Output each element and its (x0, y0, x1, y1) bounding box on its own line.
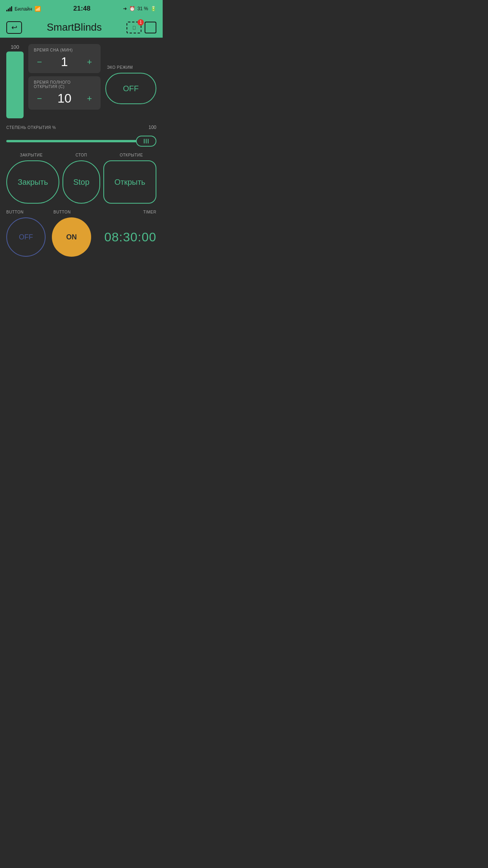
bottom-btns: OFF ON 08:30:00 (6, 217, 156, 257)
timer-display: 08:30:00 (104, 230, 156, 245)
controls-left: ВРЕМЯ СНА (МИН) − 1 + ВРЕМЯ ПОЛНОГО ОТКР… (28, 44, 101, 118)
signal-icon (6, 6, 12, 11)
thumb-line-3 (148, 139, 149, 143)
close-button[interactable]: Закрыть (6, 160, 59, 204)
eco-button[interactable]: OFF (105, 73, 156, 104)
slider-thumb[interactable] (136, 136, 156, 147)
thumb-line-1 (144, 139, 145, 143)
opening-value: 100 (149, 125, 156, 130)
btn1-label: BUTTON (6, 210, 53, 214)
level-bar (6, 51, 24, 118)
chip-badge: 1 (138, 19, 144, 26)
open-time-decrease[interactable]: − (34, 94, 45, 103)
action-section: ЗАКРЫТИЕ СТОП ОТКРЫТИЕ Закрыть Stop Откр… (6, 153, 156, 204)
sleep-time-label: ВРЕМЯ СНА (МИН) (34, 48, 95, 52)
opening-section: СТЕПЕНЬ ОТКРЫТИЯ % 100 (6, 125, 156, 148)
bottom-labels: BUTTON BUTTON TIMER (6, 210, 156, 214)
open-time-label: ВРЕМЯ ПОЛНОГО ОТКРЫТИЯ (С) (34, 80, 95, 89)
on-button[interactable]: ON (52, 217, 91, 257)
slider-fill (6, 140, 149, 142)
sleep-time-group: ВРЕМЯ СНА (МИН) − 1 + (28, 44, 101, 73)
bottom-section: BUTTON BUTTON TIMER OFF ON 08:30:00 (6, 210, 156, 257)
battery-label: 31 % (138, 6, 148, 11)
carrier-label: Билайн (15, 6, 32, 12)
stop-button[interactable]: Stop (62, 160, 100, 204)
status-time: 21:48 (73, 5, 90, 13)
status-left: Билайн 📶 (6, 6, 41, 12)
sleep-time-value: 1 (61, 55, 68, 69)
stop-action-label: СТОП (56, 153, 106, 157)
back-button[interactable]: ↩ (6, 21, 22, 34)
open-time-increase[interactable]: + (84, 94, 95, 103)
slider-wrap[interactable] (6, 134, 156, 148)
square-icon[interactable] (145, 22, 156, 33)
main-content: 100 ВРЕМЯ СНА (МИН) − 1 + ВРЕМЯ ПОЛНОГО … (0, 38, 163, 263)
close-label: ЗАКРЫТИЕ (6, 153, 56, 157)
sleep-time-decrease[interactable]: − (34, 58, 45, 66)
chip-symbol: ⎕ (133, 25, 136, 30)
btn2-label: BUTTON (53, 210, 101, 214)
back-icon: ↩ (11, 23, 17, 32)
sleep-time-increase[interactable]: + (84, 58, 95, 66)
eco-label: ЭКО РЕЖИМ (107, 65, 133, 70)
status-bar: Билайн 📶 21:48 ➜ ⏰ 31 % 🔋 (0, 0, 163, 17)
level-bar-label: 100 (11, 44, 19, 50)
status-right: ➜ ⏰ 31 % 🔋 (123, 6, 156, 11)
open-label: ОТКРЫТИЕ (106, 153, 156, 157)
battery-icon: 🔋 (150, 6, 156, 11)
action-btns: Закрыть Stop Открыть (6, 160, 156, 204)
app-header: ↩ SmartBlinds ⎕ 1 (0, 17, 163, 38)
sleep-time-row: − 1 + (34, 55, 95, 69)
top-section: 100 ВРЕМЯ СНА (МИН) − 1 + ВРЕМЯ ПОЛНОГО … (6, 44, 156, 118)
chip-icon-wrap: ⎕ 1 (127, 22, 141, 33)
location-icon: ➜ (123, 6, 127, 11)
opening-title: СТЕПЕНЬ ОТКРЫТИЯ % (6, 125, 56, 130)
level-fill (6, 51, 24, 118)
level-bar-section: 100 (6, 44, 24, 118)
open-time-group: ВРЕМЯ ПОЛНОГО ОТКРЫТИЯ (С) − 10 + (28, 76, 101, 110)
opening-header: СТЕПЕНЬ ОТКРЫТИЯ % 100 (6, 125, 156, 130)
wifi-icon: 📶 (35, 6, 41, 12)
open-time-value: 10 (57, 91, 72, 106)
timer-label: TIMER (143, 210, 156, 214)
slider-track (6, 140, 156, 142)
action-labels: ЗАКРЫТИЕ СТОП ОТКРЫТИЕ (6, 153, 156, 157)
open-time-row: − 10 + (34, 91, 95, 106)
header-icons: ⎕ 1 (127, 22, 156, 33)
alarm-icon: ⏰ (129, 6, 135, 11)
eco-section: ЭКО РЕЖИМ OFF (105, 44, 156, 118)
off-button[interactable]: OFF (6, 217, 46, 257)
open-button[interactable]: Открыть (103, 160, 156, 204)
thumb-line-2 (146, 139, 147, 143)
app-title: SmartBlinds (47, 21, 102, 33)
